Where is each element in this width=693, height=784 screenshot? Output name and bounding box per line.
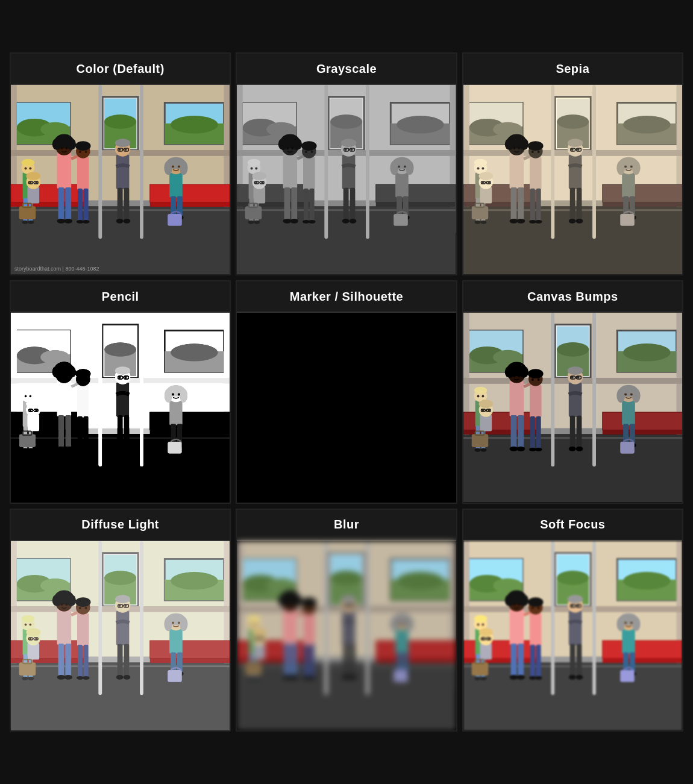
svg-point-790 bbox=[480, 676, 486, 680]
svg-rect-688 bbox=[403, 652, 409, 673]
svg-point-604 bbox=[22, 615, 35, 622]
svg-point-605 bbox=[25, 623, 27, 626]
svg-rect-356 bbox=[78, 416, 83, 449]
svg-point-629 bbox=[83, 676, 90, 680]
svg-rect-664 bbox=[292, 643, 298, 676]
svg-point-503 bbox=[616, 389, 625, 403]
svg-rect-393 bbox=[284, 415, 290, 448]
svg-rect-446 bbox=[304, 416, 309, 449]
cell-image-soft-focus bbox=[463, 541, 682, 730]
svg-rect-766 bbox=[569, 644, 575, 676]
svg-rect-33 bbox=[58, 187, 64, 220]
svg-point-280 bbox=[104, 342, 136, 357]
svg-rect-171 bbox=[303, 157, 315, 190]
svg-point-301 bbox=[60, 375, 63, 377]
svg-point-415 bbox=[398, 394, 400, 396]
svg-point-10 bbox=[104, 114, 136, 129]
svg-point-299 bbox=[52, 366, 62, 378]
svg-point-793 bbox=[478, 628, 493, 636]
svg-rect-521 bbox=[480, 415, 492, 431]
svg-point-249 bbox=[474, 221, 480, 224]
svg-point-235 bbox=[624, 166, 627, 168]
svg-point-625 bbox=[85, 607, 87, 609]
svg-point-505 bbox=[624, 394, 627, 396]
svg-rect-564 bbox=[98, 541, 102, 695]
svg-rect-341 bbox=[27, 415, 39, 431]
svg-point-550 bbox=[104, 571, 136, 585]
svg-rect-421 bbox=[394, 442, 409, 454]
svg-point-310 bbox=[115, 367, 131, 375]
svg-rect-746 bbox=[509, 609, 524, 645]
svg-rect-627 bbox=[84, 644, 89, 677]
svg-point-174 bbox=[305, 151, 307, 153]
cell-soft-focus: Soft Focus bbox=[462, 509, 683, 732]
svg-point-211 bbox=[513, 147, 515, 149]
svg-rect-87 bbox=[84, 189, 89, 221]
svg-point-246 bbox=[481, 168, 484, 170]
svg-rect-111 bbox=[376, 202, 456, 207]
svg-point-774 bbox=[632, 616, 641, 631]
svg-point-49 bbox=[124, 219, 131, 224]
svg-rect-799 bbox=[471, 662, 488, 676]
svg-rect-573 bbox=[58, 643, 64, 676]
svg-point-156 bbox=[256, 168, 258, 170]
svg-point-486 bbox=[516, 447, 525, 451]
svg-point-336 bbox=[29, 395, 31, 398]
svg-rect-378 bbox=[237, 412, 314, 430]
svg-rect-806 bbox=[530, 644, 535, 677]
svg-rect-71 bbox=[27, 187, 39, 203]
svg-rect-529 bbox=[471, 434, 488, 448]
svg-rect-648 bbox=[237, 641, 314, 658]
svg-point-572 bbox=[65, 603, 67, 606]
svg-point-575 bbox=[57, 675, 66, 680]
svg-point-36 bbox=[64, 219, 72, 224]
svg-point-35 bbox=[57, 219, 66, 224]
svg-rect-565 bbox=[140, 541, 143, 695]
svg-rect-26 bbox=[57, 153, 72, 189]
svg-point-146 bbox=[404, 166, 406, 168]
svg-rect-758 bbox=[568, 610, 582, 645]
svg-point-190 bbox=[557, 114, 589, 129]
svg-rect-204 bbox=[551, 85, 554, 239]
svg-rect-745 bbox=[592, 541, 596, 695]
svg-rect-148 bbox=[403, 196, 409, 217]
svg-point-809 bbox=[535, 676, 542, 680]
svg-rect-25 bbox=[140, 85, 143, 239]
svg-rect-578 bbox=[116, 610, 130, 645]
svg-point-334 bbox=[22, 387, 35, 394]
svg-rect-296 bbox=[57, 381, 72, 416]
svg-point-324 bbox=[180, 389, 188, 403]
svg-point-516 bbox=[481, 395, 484, 398]
svg-point-506 bbox=[630, 394, 633, 396]
svg-point-155 bbox=[251, 168, 253, 170]
svg-point-31 bbox=[60, 147, 63, 149]
svg-rect-218 bbox=[568, 155, 582, 189]
svg-point-306 bbox=[64, 447, 72, 451]
svg-point-138 bbox=[342, 219, 350, 224]
svg-point-670 bbox=[341, 595, 357, 603]
cell-image-canvas-bumps bbox=[463, 313, 682, 502]
cell-image-sepia bbox=[463, 85, 682, 274]
svg-point-485 bbox=[509, 447, 518, 451]
svg-point-335 bbox=[25, 395, 27, 398]
svg-point-233 bbox=[616, 161, 625, 175]
svg-point-659 bbox=[278, 594, 288, 606]
svg-point-84 bbox=[79, 151, 81, 153]
svg-point-784 bbox=[474, 615, 487, 622]
svg-point-769 bbox=[575, 675, 583, 680]
svg-rect-496 bbox=[569, 416, 575, 448]
svg-rect-801 bbox=[530, 613, 542, 645]
svg-point-433 bbox=[252, 400, 267, 409]
svg-rect-115 bbox=[366, 85, 369, 239]
svg-point-661 bbox=[287, 603, 289, 606]
svg-point-533 bbox=[528, 369, 544, 379]
svg-point-449 bbox=[309, 448, 316, 451]
svg-point-122 bbox=[292, 147, 294, 149]
cell-image-grayscale bbox=[237, 85, 456, 274]
svg-point-699 bbox=[248, 676, 254, 680]
svg-rect-447 bbox=[310, 416, 315, 449]
svg-point-535 bbox=[537, 378, 539, 381]
svg-point-539 bbox=[535, 448, 542, 451]
svg-point-209 bbox=[504, 139, 514, 151]
svg-point-499 bbox=[575, 447, 583, 451]
